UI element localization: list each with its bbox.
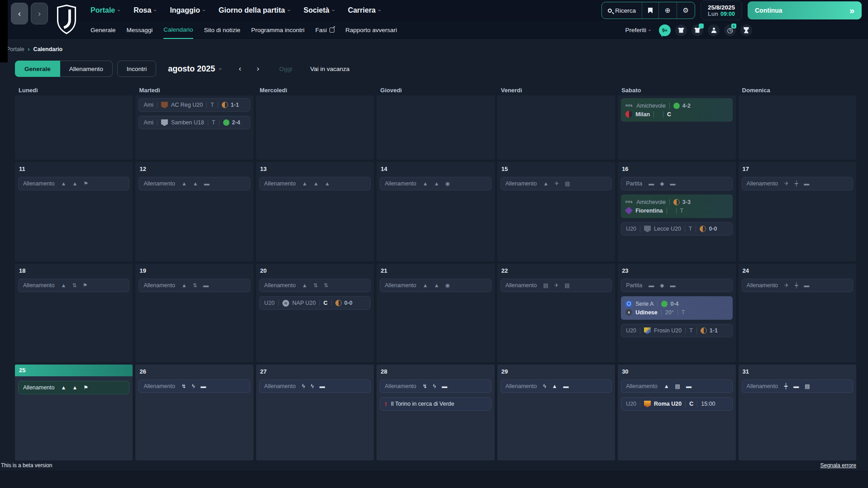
fixture-frosin-u20[interactable]: U20Frosin U20T1-1 — [621, 324, 732, 337]
day-cell-31[interactable]: 31Allenamento┿▬▤ — [739, 365, 856, 460]
competition-button[interactable] — [740, 24, 752, 36]
event-label: Allenamento — [143, 383, 175, 389]
event-partita[interactable]: Partita▬◆▬ — [621, 177, 732, 190]
transfer-shirt-button[interactable] — [692, 24, 703, 36]
day-cell-26[interactable]: 26Allenamento↯ϟ▬ — [135, 365, 253, 460]
nav-item-ingaggio[interactable]: Ingaggio› — [170, 6, 205, 14]
event-allenamento[interactable]: Allenamento↯ϟ▬ — [138, 379, 250, 393]
event-allenamento[interactable]: Allenamento▤✈▤ — [501, 279, 612, 292]
event-allenamento[interactable]: Allenamento▲▲◉ — [380, 279, 491, 292]
day-cell-18[interactable]: 18Allenamento▲⇅⚑ — [15, 264, 133, 362]
day-cell-25[interactable]: 25Allenamento▲▲⚑ — [15, 365, 133, 460]
day-cell-20[interactable]: 20Allenamento▲⇅⇅U20NNAP U20C0-0 — [256, 264, 374, 362]
search-button[interactable]: Ricerca — [602, 2, 642, 19]
event-allenamento[interactable]: Allenamento▲▲▬ — [138, 177, 250, 190]
day-cell-24[interactable]: 24Allenamento✈┿▬ — [739, 264, 856, 362]
subnav-item-messaggi[interactable]: Messaggi — [127, 22, 153, 38]
day-cell[interactable] — [256, 95, 374, 160]
day-cell-16[interactable]: 16Partita▬◆▬FIFAAmichevole3-3FiorentinaT… — [618, 162, 735, 261]
day-cell[interactable] — [377, 95, 494, 160]
tab-allenamento[interactable]: Allenamento — [60, 61, 113, 77]
day-cell-17[interactable]: 17Allenamento✈┿▬ — [739, 162, 856, 261]
event-allenamento[interactable]: Allenamento▲▲⚑ — [18, 177, 129, 190]
bookmark-button[interactable] — [642, 2, 659, 19]
squad-shirt-button[interactable] — [675, 24, 687, 36]
day-cell-28[interactable]: 28Allenamento↯ϟ▬!Il Torino in cerca di V… — [377, 365, 494, 460]
fixture-ac-reg-u20[interactable]: AmiAC Reg U20T1-1 — [138, 98, 250, 112]
day-cell-14[interactable]: 14Allenamento▲▲◉ — [377, 162, 494, 261]
divider — [669, 199, 670, 205]
nav-item-portale[interactable]: Portale› — [91, 6, 120, 14]
subnav-item-calendario[interactable]: Calendario — [163, 21, 193, 39]
day-cell-13[interactable]: 13Allenamento▲▲▲ — [256, 162, 374, 261]
report-error-link[interactable]: Segnala errore — [820, 462, 856, 469]
day-cell-15[interactable]: 15Allenamento▲✈▤ — [497, 162, 615, 261]
inbox-chat-badge[interactable]: 9+ — [659, 24, 671, 36]
day-cell-23[interactable]: 23Partita▬◆▬Serie A0-4∧Udinese20°TU20Fro… — [618, 264, 735, 362]
game-date[interactable]: 25/8/2025 Lun09:00 — [701, 0, 742, 20]
day-cell-11[interactable]: 11Allenamento▲▲⚑ — [15, 162, 133, 261]
day-cell[interactable] — [497, 95, 615, 160]
event-allenamento[interactable]: Allenamento▲▲⚑ — [18, 381, 129, 394]
scouting-button[interactable] — [708, 24, 720, 36]
clock-button[interactable]: ◷ 1 — [724, 24, 736, 36]
event-partita[interactable]: Partita▬◆▬ — [621, 279, 732, 292]
nav-item-giorno-della-partita[interactable]: Giorno della partita› — [219, 6, 290, 14]
match-highlight-udinese[interactable]: Serie A0-4∧Udinese20°T — [621, 296, 732, 320]
event-allenamento[interactable]: Allenamento▲▲◉ — [380, 177, 491, 190]
day-cell[interactable]: AmiAC Reg U20T1-1AmiSamben U18T2-4 — [135, 95, 253, 160]
breadcrumb-portale[interactable]: Portale — [6, 46, 24, 52]
fixture-roma-u20[interactable]: U20Roma U20C15:00 — [621, 397, 732, 411]
event-allenamento[interactable]: Allenamento▲▲▲ — [259, 177, 371, 190]
forward-button[interactable]: › — [31, 3, 48, 24]
day-cell[interactable]: FIFAAmichevole4-2MilanC — [618, 95, 735, 160]
continue-button[interactable]: Continua » — [748, 1, 862, 19]
day-cell-29[interactable]: 29Allenamentoϟ▲▬ — [497, 365, 615, 460]
day-cell-27[interactable]: 27Allenamentoϟϟ▬ — [256, 365, 374, 460]
world-button[interactable]: ⊕ — [659, 2, 677, 19]
day-cell-12[interactable]: 12Allenamento▲▲▬ — [135, 162, 253, 261]
subnav-item-generale[interactable]: Generale — [91, 22, 116, 38]
subnav-item-sito-di-notizie[interactable]: Sito di notizie — [204, 22, 240, 38]
today-button[interactable]: Oggi — [279, 66, 292, 72]
event-allenamento[interactable]: Allenamento✈┿▬ — [742, 177, 853, 190]
event-allenamento[interactable]: Allenamento▲⇅⚑ — [18, 279, 129, 292]
month-selector[interactable]: agosto 2025 › — [168, 64, 221, 74]
quick-tools: Ricerca ⊕ ⚙ — [601, 2, 695, 19]
event-allenamento[interactable]: Allenamentoϟϟ▬ — [259, 379, 371, 393]
event-allenamento[interactable]: Allenamento✈┿▬ — [742, 279, 853, 292]
vacation-button[interactable]: Vai in vacanza — [310, 66, 349, 72]
day-cell-19[interactable]: 19Allenamento▲⇅▬ — [135, 264, 253, 362]
event-allenamento[interactable]: Allenamento┿▬▤ — [742, 379, 853, 393]
tab-incontri[interactable]: Incontri — [117, 61, 156, 77]
fixture-lecce-u20[interactable]: U20Lecce U20T0-0 — [621, 222, 732, 236]
event-allenamento[interactable]: Allenamento▲⇅▬ — [138, 279, 250, 292]
tab-generale[interactable]: Generale — [15, 61, 60, 77]
prev-month-button[interactable]: ‹ — [239, 64, 242, 73]
nav-item-società[interactable]: Società› — [304, 6, 334, 14]
event-allenamento[interactable]: Allenamento▲✈▤ — [501, 177, 612, 190]
day-cell-30[interactable]: 30Allenamento▲▤▬U20Roma U20C15:00 — [618, 365, 735, 460]
event-allenamento[interactable]: Allenamento▲▤▬ — [621, 379, 732, 393]
subnav-item-programma-incontri[interactable]: Programma incontri — [251, 22, 305, 38]
day-cell[interactable] — [739, 95, 856, 160]
fixture-samben-u18[interactable]: AmiSamben U18T2-4 — [138, 116, 250, 129]
match-highlight-milan[interactable]: FIFAAmichevole4-2MilanC — [621, 98, 732, 122]
event-allenamento[interactable]: Allenamentoϟ▲▬ — [501, 379, 612, 393]
day-cell[interactable] — [15, 95, 133, 160]
nav-item-rosa[interactable]: Rosa› — [134, 6, 156, 14]
match-highlight-fiorentina[interactable]: FIFAAmichevole3-3FiorentinaT — [621, 194, 732, 218]
next-month-button[interactable]: › — [257, 64, 259, 73]
day-cell-22[interactable]: 22Allenamento▤✈▤ — [497, 264, 615, 362]
favorites-dropdown[interactable]: Preferiti › — [625, 27, 651, 33]
event-allenamento[interactable]: Allenamento▲⇅⇅ — [259, 279, 371, 292]
news-item[interactable]: !Il Torino in cerca di Verde — [380, 397, 491, 411]
back-button[interactable]: ‹ — [11, 3, 28, 24]
nav-item-carriera[interactable]: Carriera› — [348, 6, 381, 14]
event-allenamento[interactable]: Allenamento↯ϟ▬ — [380, 379, 491, 393]
subnav-item-fasi[interactable]: Fasi — [315, 22, 335, 38]
day-cell-21[interactable]: 21Allenamento▲▲◉ — [377, 264, 494, 362]
subnav-item-rapporto-avversari[interactable]: Rapporto avversari — [345, 22, 397, 38]
fixture-nap-u20[interactable]: U20NNAP U20C0-0 — [259, 296, 371, 310]
settings-button[interactable]: ⚙ — [677, 2, 695, 19]
